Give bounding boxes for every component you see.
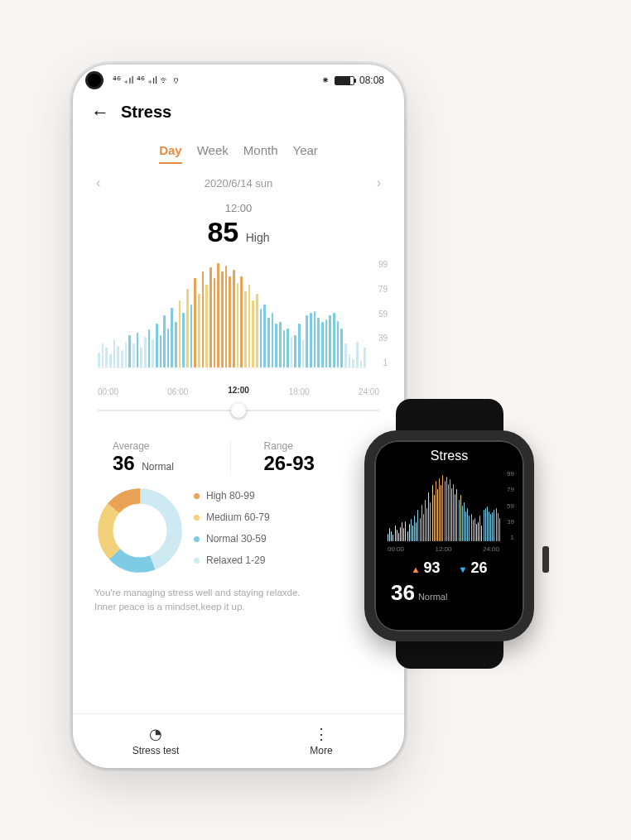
watch-frame: Stress 99 79 59 39 1 00:00 12:00 24:00 ▲… <box>364 430 534 641</box>
signal-icons: ⁴⁶ ₊ıl ⁴⁶ ₊ıl ᯤ ♡ <box>113 74 178 86</box>
reading-level: High <box>246 231 270 244</box>
watch-title: Stress <box>374 440 524 467</box>
stat-average: Average 36 Normal <box>96 440 231 475</box>
page-title: Stress <box>121 103 171 122</box>
slider-knob[interactable] <box>231 403 246 418</box>
chart-x-axis: 00:00 06:00 . 18:00 24:00 <box>98 387 379 396</box>
watch-x-axis: 00:00 12:00 24:00 <box>388 545 499 553</box>
triangle-up-icon: ▲ <box>412 564 421 574</box>
advice-message: You're managing stress well and staying … <box>73 581 404 618</box>
tab-week[interactable]: Week <box>197 143 229 164</box>
stress-test-button[interactable]: ◔ Stress test <box>73 714 238 768</box>
current-date: 2020/6/14 sun <box>205 177 272 190</box>
watch-crown <box>542 546 549 573</box>
tab-year[interactable]: Year <box>293 143 318 164</box>
triangle-down-icon: ▼ <box>459 564 468 574</box>
battery-icon <box>335 76 354 85</box>
page-header: ← Stress <box>73 96 404 125</box>
chart-bars <box>98 260 366 367</box>
front-camera <box>88 74 101 87</box>
more-icon: ⋮ <box>314 727 329 742</box>
gauge-icon: ◔ <box>149 727 162 742</box>
reading-value-row: 85 High <box>73 216 404 248</box>
phone-frame: ⁴⁶ ₊ıl ⁴⁶ ₊ıl ᯤ ♡ ⁕ 08:08 ← Stress Day W… <box>73 65 404 768</box>
breakdown-donut <box>94 485 185 576</box>
bottom-bar: ◔ Stress test ⋮ More <box>73 713 404 768</box>
date-navigator: ‹ 2020/6/14 sun › <box>73 169 404 197</box>
legend-medium: Medium 60-79 23% <box>194 506 388 528</box>
watch-y-axis: 99 79 59 39 1 <box>501 470 514 541</box>
reading-value: 85 <box>207 216 238 247</box>
tab-month[interactable]: Month <box>243 143 278 164</box>
bluetooth-icon: ⁕ <box>321 74 330 86</box>
reading-time: 12:00 <box>73 202 404 214</box>
chart-y-axis: 99 79 59 39 1 <box>369 260 388 367</box>
tab-day[interactable]: Day <box>159 143 182 164</box>
watch-current: 36Normal <box>374 577 524 606</box>
breakdown-row: High 80-99 14% Medium 60-79 23% Normal 3… <box>73 480 404 581</box>
stat-range: Range 26-93 <box>231 440 382 475</box>
period-tabs: Day Week Month Year <box>73 125 404 169</box>
legend-high: High 80-99 14% <box>194 485 388 506</box>
prev-day-button[interactable]: ‹ <box>96 175 100 190</box>
watch-chart: 99 79 59 39 1 00:00 12:00 24:00 <box>384 470 514 553</box>
status-bar: ⁴⁶ ₊ıl ⁴⁶ ₊ıl ᯤ ♡ ⁕ 08:08 <box>73 65 404 96</box>
stats-row: Average 36 Normal Range 26-93 <box>73 425 404 480</box>
watch-high: ▲93 <box>412 559 441 577</box>
legend-normal: Normal 30-59 19% <box>194 528 388 550</box>
back-button[interactable]: ← <box>91 103 109 122</box>
next-day-button[interactable]: › <box>377 175 381 190</box>
time-slider[interactable]: 12:00 00:00 06:00 . 18:00 24:00 <box>98 397 379 425</box>
watch-low: ▼26 <box>459 559 488 577</box>
stress-chart[interactable]: 99 79 59 39 1 <box>89 260 388 392</box>
status-time: 08:08 <box>359 74 384 86</box>
legend-relaxed: Relaxed 1-29 44% <box>194 550 388 571</box>
more-button[interactable]: ⋮ More <box>238 714 404 768</box>
watch-range: ▲93 ▼26 <box>374 559 524 577</box>
breakdown-legend: High 80-99 14% Medium 60-79 23% Normal 3… <box>194 485 388 576</box>
